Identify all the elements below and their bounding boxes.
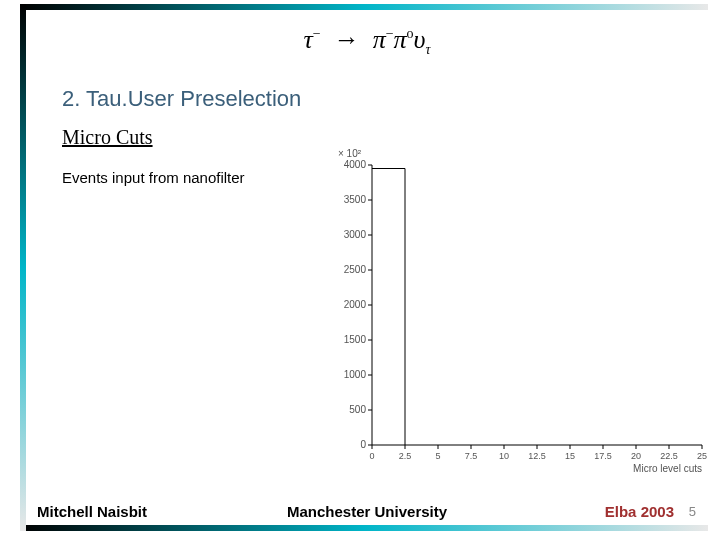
svg-text:0: 0	[369, 451, 374, 461]
svg-text:17.5: 17.5	[594, 451, 612, 461]
svg-text:500: 500	[349, 404, 366, 415]
x-ticks: 0 2.5 5 7.5 10 12.5 15 17.5 20 22.5 25	[369, 445, 707, 461]
svg-text:1000: 1000	[344, 369, 367, 380]
section-title: 2. Tau.User Preselection	[62, 86, 702, 112]
svg-text:15: 15	[565, 451, 575, 461]
footer-conference: Elba 2003	[605, 503, 674, 520]
svg-text:20: 20	[631, 451, 641, 461]
footer-author: Mitchell Naisbit	[37, 503, 147, 520]
content-area: τ− → π−πoυτ 2. Tau.User Preselection Mic…	[32, 15, 702, 520]
y-scale-label: × 10²	[338, 148, 362, 159]
bar-0	[372, 169, 405, 446]
axes	[372, 165, 702, 445]
svg-text:10: 10	[499, 451, 509, 461]
footer-university: Manchester University	[287, 503, 447, 520]
svg-text:22.5: 22.5	[660, 451, 678, 461]
svg-text:1500: 1500	[344, 334, 367, 345]
footer: Mitchell Naisbit Manchester University E…	[37, 503, 702, 520]
chart: × 10² 0 500 1000 1500 2000 2500 3000 350…	[322, 145, 712, 475]
x-axis-label: Micro level cuts	[633, 463, 702, 474]
svg-text:0: 0	[360, 439, 366, 450]
svg-text:25: 25	[697, 451, 707, 461]
svg-text:12.5: 12.5	[528, 451, 546, 461]
slide-formula-title: τ− → π−πoυτ	[32, 15, 702, 58]
svg-text:7.5: 7.5	[465, 451, 478, 461]
svg-text:3500: 3500	[344, 194, 367, 205]
border-bottom	[20, 525, 708, 531]
border-top	[20, 4, 708, 10]
svg-text:2.5: 2.5	[399, 451, 412, 461]
svg-text:3000: 3000	[344, 229, 367, 240]
y-ticks: 0 500 1000 1500 2000 2500 3000 3500 4000	[344, 159, 372, 450]
border-left	[20, 4, 26, 531]
svg-text:4000: 4000	[344, 159, 367, 170]
svg-text:2000: 2000	[344, 299, 367, 310]
svg-text:2500: 2500	[344, 264, 367, 275]
svg-text:5: 5	[435, 451, 440, 461]
footer-page: 5	[689, 504, 696, 519]
